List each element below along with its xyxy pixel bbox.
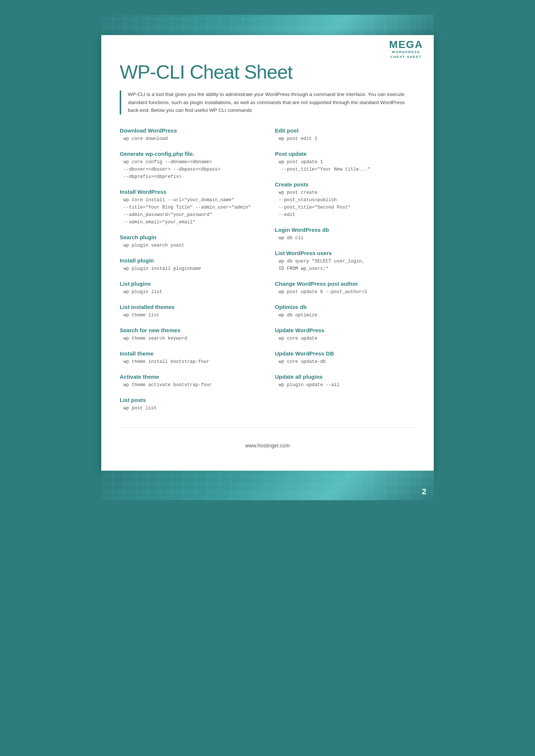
right-section-title-9: Update all plugins <box>275 374 415 380</box>
right-section-code-5: wp post update 6 --post_author=1 <box>275 288 415 296</box>
right-section-0: Edit postwp post edit 1 <box>275 127 415 142</box>
right-section-8: Update WordPress DBwp core update-db <box>275 350 415 365</box>
right-section-title-4: List WordPress users <box>275 250 415 256</box>
right-section-title-6: Optimize db <box>275 304 415 310</box>
footer: www.hostinger.com <box>120 435 415 452</box>
left-section-code-10: wp post list <box>120 405 260 412</box>
main-card: MEGA WORDPRESS CHEAT SHEET WP-CLI Cheat … <box>101 35 434 471</box>
left-section-title-9: Activate theme <box>120 374 260 380</box>
left-section-title-1: Generate wp-config.php file. <box>120 151 260 157</box>
left-section-title-4: Install plugin <box>120 257 260 264</box>
logo-sub-line1: WORDPRESS <box>385 50 427 55</box>
two-column-layout: Download WordPresswp core downloadGenera… <box>120 127 415 420</box>
left-section-title-5: List plugins <box>120 281 260 287</box>
left-section-1: Generate wp-config.php file.wp core conf… <box>120 151 260 181</box>
left-section-8: Install themewp theme install bootstrap-… <box>120 350 260 365</box>
right-section-title-8: Update WordPress DB <box>275 350 415 357</box>
left-section-code-8: wp theme install bootstrap-four <box>120 358 260 365</box>
page-title: WP-CLI Cheat Sheet <box>120 61 415 83</box>
left-section-code-1: wp core config --dbname=<dbname> --dbuse… <box>120 158 260 181</box>
left-section-code-2: wp core install --url="your_domain_name"… <box>120 196 260 226</box>
right-section-code-8: wp core update-db <box>275 358 415 365</box>
left-section-9: Activate themewp theme activate bootstra… <box>120 374 260 389</box>
right-section-title-7: Update WordPress <box>275 327 415 333</box>
logo-box: MEGA WORDPRESS CHEAT SHEET <box>378 35 434 63</box>
left-section-code-9: wp theme activate bootstrap-four <box>120 381 260 389</box>
left-section-6: List installed themeswp theme list <box>120 304 260 319</box>
bottom-decorative-bar: 2 <box>101 471 434 500</box>
intro-text: WP-CLI is a tool that gives you the abil… <box>128 90 415 114</box>
right-section-code-7: wp core update <box>275 335 415 342</box>
left-section-title-3: Search plugin <box>120 234 260 240</box>
footer-url: www.hostinger.com <box>245 443 290 449</box>
right-section-code-9: wp plugin update --all <box>275 381 415 389</box>
right-section-code-6: wp db optimize <box>275 312 415 319</box>
right-section-code-4: wp db query "SELECT user_login, ID FROM … <box>275 258 415 272</box>
right-section-5: Change WordPress post authorwp post upda… <box>275 281 415 296</box>
right-section-2: Create postswp post create --post_status… <box>275 181 415 219</box>
left-section-code-0: wp core download <box>120 135 260 142</box>
left-section-7: Search for new themeswp theme search key… <box>120 327 260 342</box>
left-section-title-2: Install WordPress <box>120 189 260 195</box>
footer-divider <box>120 427 415 428</box>
right-section-title-5: Change WordPress post author <box>275 281 415 287</box>
right-section-code-3: wp db cli <box>275 234 415 242</box>
right-section-title-0: Edit post <box>275 127 415 134</box>
right-section-4: List WordPress userswp db query "SELECT … <box>275 250 415 272</box>
left-section-title-6: List installed themes <box>120 304 260 310</box>
left-section-code-7: wp theme search keyword <box>120 335 260 342</box>
right-section-3: Login WordPress dbwp db cli <box>275 227 415 242</box>
right-section-code-0: wp post edit 1 <box>275 135 415 142</box>
top-decorative-bar <box>101 15 434 35</box>
left-section-10: List postswp post list <box>120 397 260 412</box>
logo-mega: MEGA <box>385 39 427 50</box>
right-section-7: Update WordPresswp core update <box>275 327 415 342</box>
left-section-code-4: wp plugin install pluginname <box>120 265 260 272</box>
left-section-title-7: Search for new themes <box>120 327 260 333</box>
left-section-code-5: wp plugin list <box>120 288 260 296</box>
left-section-0: Download WordPresswp core download <box>120 127 260 142</box>
right-column: Edit postwp post edit 1Post updatewp pos… <box>275 127 415 420</box>
right-section-9: Update all pluginswp plugin update --all <box>275 374 415 389</box>
logo-sub-line2: CHEAT SHEET <box>385 55 427 59</box>
left-section-5: List pluginswp plugin list <box>120 281 260 296</box>
right-section-code-1: wp post update 1 --post_title="Your New … <box>275 158 415 173</box>
left-section-title-0: Download WordPress <box>120 127 260 134</box>
right-section-title-2: Create posts <box>275 181 415 188</box>
right-section-title-1: Post update <box>275 151 415 157</box>
left-section-3: Search pluginwp plugin search yoast <box>120 234 260 249</box>
right-section-title-3: Login WordPress db <box>275 227 415 233</box>
right-section-6: Optimize dbwp db optimize <box>275 304 415 319</box>
left-section-title-10: List posts <box>120 397 260 403</box>
left-section-title-8: Install theme <box>120 350 260 357</box>
right-section-1: Post updatewp post update 1 --post_title… <box>275 151 415 173</box>
page-number: 2 <box>422 487 426 496</box>
intro-block: WP-CLI is a tool that gives you the abil… <box>120 90 415 114</box>
left-section-4: Install pluginwp plugin install pluginna… <box>120 257 260 272</box>
left-section-code-6: wp theme list <box>120 312 260 319</box>
right-section-code-2: wp post create --post_status=publish --p… <box>275 189 415 219</box>
left-column: Download WordPresswp core downloadGenera… <box>120 127 260 420</box>
left-section-code-3: wp plugin search yoast <box>120 242 260 249</box>
left-section-2: Install WordPresswp core install --url="… <box>120 189 260 226</box>
page-wrapper: MEGA WORDPRESS CHEAT SHEET WP-CLI Cheat … <box>22 15 513 500</box>
